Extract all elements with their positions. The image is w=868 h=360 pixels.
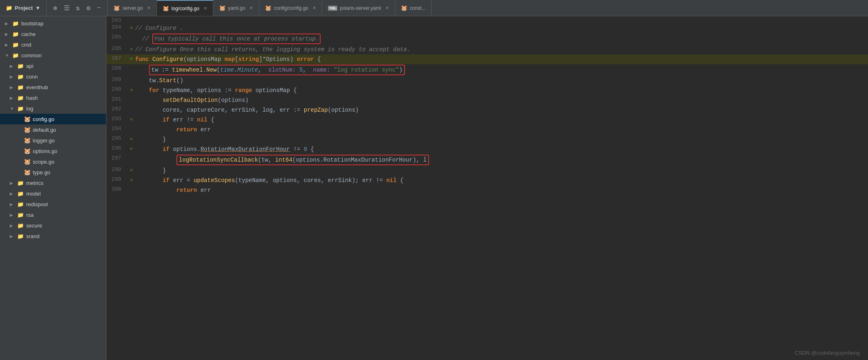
tab-server_go[interactable]: 🐹server.go✕ [108, 0, 156, 16]
sidebar-item-srand[interactable]: ▶ 📁 srand [0, 231, 106, 241]
sidebar-item-rsa[interactable]: ▶ 📁 rsa [0, 209, 106, 220]
gutter-icon [128, 64, 135, 76]
tab-yaml_go[interactable]: 🐹yaml.go✕ [213, 0, 259, 16]
tab-label: yaml.go [228, 5, 245, 11]
line-code[interactable]: } [135, 135, 868, 144]
folder-icon: 📁 [17, 223, 24, 229]
navigate-icon[interactable]: ⊕ [53, 4, 57, 12]
folder-icon: 📁 [6, 5, 12, 11]
gutter-icon [128, 33, 135, 45]
sidebar-item-type_go[interactable]: 🐹 type.go [0, 167, 106, 178]
tab-polaris_server_yaml[interactable]: YMLpolaris-server.yaml✕ [322, 0, 395, 16]
line-code[interactable]: if err = updateScopes(typeName, options,… [135, 176, 868, 185]
sidebar-item-eventhub[interactable]: ▶ 📁 eventhub [0, 82, 106, 92]
sidebar-item-common[interactable]: ▼ 📁 common [0, 50, 106, 61]
folder-label: eventhub [26, 84, 48, 90]
tab-file-icon: 🐹 [265, 5, 271, 11]
gutter-icon: ⊖ [128, 86, 135, 95]
folder-icon: 📁 [17, 191, 24, 197]
line-code[interactable]: for typeName, options := range optionsMa… [135, 86, 868, 95]
line-code[interactable]: func Configure(optionsMap map[string]*Op… [135, 54, 868, 64]
tab-close[interactable]: ✕ [147, 5, 151, 11]
sidebar-item-options_go[interactable]: 🐹 options.go [0, 146, 106, 156]
tab-label: config/config.go [274, 5, 308, 11]
settings-icon[interactable]: ⚙ [86, 4, 90, 12]
sidebar-item-logger_go[interactable]: 🐹 logger.go [0, 135, 106, 146]
line-code[interactable]: } [135, 166, 868, 176]
tab-close[interactable]: ✕ [249, 5, 253, 11]
line-code[interactable]: if err != nil { [135, 115, 868, 125]
tab-close[interactable]: ✕ [312, 5, 316, 11]
folder-icon: 📁 [12, 20, 19, 27]
code-line-299: 299⊖ if err = updateScopes(typeName, opt… [106, 176, 868, 185]
line-number: 300 [106, 185, 128, 195]
sidebar-item-cache[interactable]: ▶ 📁 cache [0, 29, 106, 39]
line-code[interactable]: return err [135, 125, 868, 135]
line-code[interactable]: tw := timewheel.New(time.Minute, slotNum… [135, 64, 868, 76]
project-panel-title[interactable]: 📁 Project ▼ [0, 0, 47, 16]
folder-icon: 📁 [12, 52, 19, 59]
folder-icon: 📁 [17, 63, 24, 69]
line-code[interactable]: if options.RotationMaxDurationForHour !=… [135, 144, 868, 154]
code-line-287: 287⊖func Configure(optionsMap map[string… [106, 54, 868, 64]
code-editor[interactable]: 283284⊖// Configure .285 // You typicall… [106, 16, 868, 360]
tab-close[interactable]: ✕ [203, 6, 207, 11]
sidebar-item-redispool[interactable]: ▶ 📁 redispool [0, 199, 106, 209]
sidebar-item-default_go[interactable]: 🐹 default.go [0, 124, 106, 135]
tab-log_config_go[interactable]: 🐹log/config.go✕ [157, 0, 213, 16]
go-file-icon: 🐹 [24, 169, 30, 176]
line-number: 288 [106, 64, 128, 76]
folder-icon: 📁 [17, 180, 24, 186]
line-code[interactable] [135, 16, 868, 23]
line-code[interactable]: tw.Start() [135, 76, 868, 86]
file-label: default.go [33, 127, 56, 133]
sidebar-item-api[interactable]: ▶ 📁 api [0, 61, 106, 71]
folder-arrow: ▶ [5, 32, 10, 36]
line-code[interactable]: return err [135, 185, 868, 195]
code-line-288: 288 tw := timewheel.New(time.Minute, slo… [106, 64, 868, 76]
folder-icon: 📁 [17, 106, 24, 112]
sidebar-item-model[interactable]: ▶ 📁 model [0, 188, 106, 199]
code-line-293: 293⊖ if err != nil { [106, 115, 868, 125]
sidebar-item-cmd[interactable]: ▶ 📁 cmd [0, 39, 106, 50]
line-code[interactable]: // You typically call this once at proce… [135, 33, 868, 45]
code-line-292: 292 cores, captureCore, errSink, log, er… [106, 105, 868, 115]
gutter-icon [128, 105, 135, 115]
code-line-286: 286⊖// Configure Once this call returns,… [106, 45, 868, 54]
line-number: 296 [106, 144, 128, 154]
sidebar-item-secure[interactable]: ▶ 📁 secure [0, 220, 106, 231]
sidebar-item-conn[interactable]: ▶ 📁 conn [0, 71, 106, 82]
line-code[interactable]: setDefaultOption(options) [135, 95, 868, 105]
sidebar-item-metrics[interactable]: ▶ 📁 metrics [0, 178, 106, 188]
file-label: scope.go [33, 159, 54, 165]
line-code[interactable]: cores, captureCore, errSink, log, err :=… [135, 105, 868, 115]
sidebar-item-config_go[interactable]: 🐹 config.go [0, 114, 106, 124]
line-code[interactable]: logRotationSyncCallback(tw, int64(option… [135, 154, 868, 166]
tab-close[interactable]: ✕ [385, 5, 389, 11]
folder-label: metrics [26, 180, 43, 186]
line-code[interactable]: // Configure . [135, 23, 868, 33]
folder-icon: 📁 [17, 233, 24, 239]
line-number: 290 [106, 86, 128, 95]
gutter-icon [128, 154, 135, 166]
sidebar-item-bootstrap[interactable]: ▶ 📁 bootstrap [0, 18, 106, 29]
tab-config_config_go[interactable]: 🐹config/config.go✕ [259, 0, 322, 16]
gutter-icon: ⊖ [128, 115, 135, 125]
tabs-bar: 🐹server.go✕🐹log/config.go✕🐹yaml.go✕🐹conf… [108, 0, 868, 16]
code-line-285: 285 // You typically call this once at p… [106, 33, 868, 45]
minus-icon[interactable]: − [97, 4, 101, 12]
code-line-291: 291 setDefaultOption(options) [106, 95, 868, 105]
align-icon[interactable]: ☰ [64, 4, 70, 12]
tab-const[interactable]: 🐹const... [395, 0, 432, 16]
expand-icon[interactable]: ⇅ [76, 4, 80, 12]
folder-label: cmd [21, 42, 32, 48]
sidebar-item-hash[interactable]: ▶ 📁 hash [0, 92, 106, 103]
folder-icon: 📁 [17, 84, 24, 90]
tab-label: const... [410, 5, 426, 11]
line-number: 297 [106, 154, 128, 166]
sidebar-item-log[interactable]: ▼ 📁 log [0, 103, 106, 114]
folder-label: rsa [26, 212, 34, 218]
sidebar-item-scope_go[interactable]: 🐹 scope.go [0, 156, 106, 167]
code-line-295: 295⊖ } [106, 135, 868, 144]
line-code[interactable]: // Configure Once this call returns, the… [135, 45, 868, 54]
